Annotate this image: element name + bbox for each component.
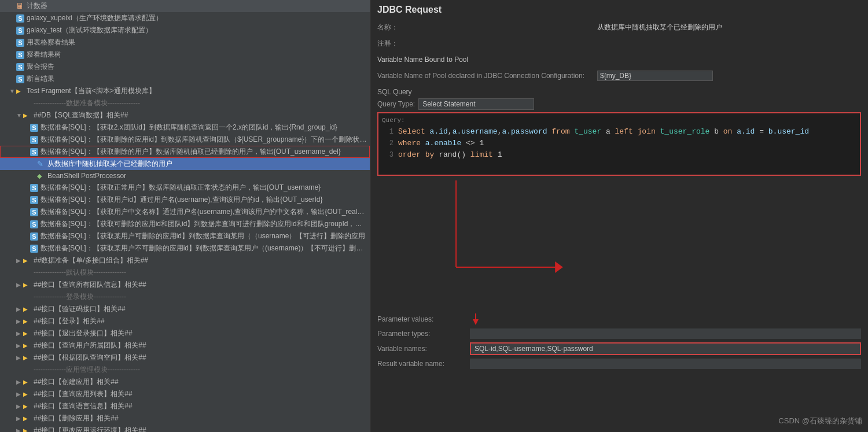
icon-agg_report: S xyxy=(16,63,24,71)
query-type-select[interactable]: Select Statement xyxy=(418,98,534,110)
label-data_prepare4: 数据准备[SQL]：【获取正常用户】数据库随机抽取正常状态的用户，输出{OUT_… xyxy=(41,183,367,193)
tree-item-verify_code[interactable]: ▶##接口【验证码接口】相关## xyxy=(0,303,370,315)
icon-table_results: S xyxy=(16,39,24,47)
icon-login_if: ▶ xyxy=(23,317,31,326)
tree-item-data_module_sep[interactable]: --------------数据准备模块-------------- xyxy=(0,97,370,109)
tree-item-data_prepare4[interactable]: S数据准备[SQL]：【获取正常用户】数据库随机抽取正常状态的用户，输出{OUT… xyxy=(0,182,370,194)
name-label: 名称： xyxy=(377,23,597,32)
tree-item-default_module_sep[interactable]: --------------默认模块-------------- xyxy=(0,267,370,279)
label-test_fragment: Test Fragment【当前<脚本>通用模块库】 xyxy=(27,86,367,96)
label-data_prepare6: 数据准备[SQL]：【获取用户中文名称】通过用户名(username),查询该用… xyxy=(41,207,367,217)
label-table_results: 用表格察看结果 xyxy=(27,38,367,47)
tree-item-data_prepare7[interactable]: S数据准备[SQL]：【获取可删除的应用id和团队id】到数据库查询可进行删除的… xyxy=(0,218,370,230)
icon-data_prepare7: S xyxy=(30,220,38,228)
label-data_prepare3: 数据准备[SQL]：【获取删除的用户】数据库随机抽取已经删除的用户，输出{OUT… xyxy=(41,147,367,157)
label-create_app: ##接口【创建应用】相关## xyxy=(34,377,367,387)
tree-item-test_fragment[interactable]: ▶Test Fragment【当前<脚本>通用模块库】 xyxy=(0,85,370,97)
tree-item-galaxy_test[interactable]: Sgalaxy_test（测试环境数据库请求配置） xyxy=(0,24,370,36)
label-delete_app: ##接口【删除应用】相关## xyxy=(34,413,367,423)
label-assert_result: 断言结果 xyxy=(27,74,367,84)
variable-pool-value[interactable]: ${my_DB} xyxy=(597,71,713,81)
arrow-query_app_list xyxy=(16,391,23,397)
label-galaxy_xupeixi: galaxy_xupeixi（生产环境数据库请求配置） xyxy=(27,13,367,23)
watermark: CSDN @石臻臻的杂货铺 xyxy=(778,416,862,426)
label-data_prepare5: 数据准备[SQL]：【获取用户id】通过用户名(username),查询该用户的… xyxy=(41,195,367,205)
tree-item-calc[interactable]: 🖩计数器 xyxy=(0,0,370,12)
tree-item-app_module_sep[interactable]: --------------应用管理模块-------------- xyxy=(0,364,370,376)
tree-item-query_app_list[interactable]: ▶##接口【查询应用列表】相关## xyxy=(0,388,370,400)
name-value: 从数据库中随机抽取某个已经删除的用户 xyxy=(597,23,722,32)
tree-item-query_team_if[interactable]: ▶##接口【查询用户所属团队】相关## xyxy=(0,339,370,352)
icon-data_prepare9: S xyxy=(30,245,38,253)
tree-item-table_results[interactable]: S用表格察看结果 xyxy=(0,36,370,49)
arrow-team_info xyxy=(16,282,23,288)
tree-item-team_info[interactable]: ▶##接口【查询所有团队信息】相关## xyxy=(0,279,370,291)
icon-default_module_sep xyxy=(23,269,31,277)
label-agg_report: 聚合报告 xyxy=(27,62,367,72)
icon-test_fragment: ▶ xyxy=(16,87,24,95)
tree-item-delete_app[interactable]: ▶##接口【删除应用】相关## xyxy=(0,412,370,424)
label-query_app_list: ##接口【查询应用列表】相关## xyxy=(34,389,367,399)
arrow-db_sql_group xyxy=(16,112,23,119)
icon-bean_post: ◆ xyxy=(37,172,45,180)
tree-item-view_tree[interactable]: S察看结果树 xyxy=(0,49,370,61)
tree-item-data_prepare1[interactable]: S数据准备[SQL]：【获取2.x团队id】到数据库随机查询返回一个2.x的团队… xyxy=(0,121,370,134)
tree-item-data_prepare3[interactable]: S数据准备[SQL]：【获取删除的用户】数据库随机抽取已经删除的用户，输出{OU… xyxy=(0,146,370,158)
svg-marker-2 xyxy=(555,261,563,273)
query-type-label: Query Type: xyxy=(377,100,415,108)
tree-item-agg_report[interactable]: S聚合报告 xyxy=(0,61,370,73)
variable-bound-row: Variable Name Bound to Pool xyxy=(377,53,861,66)
tree-item-data_prepare6[interactable]: S数据准备[SQL]：【获取用户中文名称】通过用户名(username),查询该… xyxy=(0,206,370,218)
tree-item-assert_result[interactable]: S断言结果 xyxy=(0,73,370,85)
variable-bound-label: Variable Name Bound to Pool xyxy=(377,56,468,64)
tree-item-bean_post[interactable]: ◆BeanShell PostProcessor xyxy=(0,170,370,182)
tree-item-logout_if[interactable]: ▶##接口【退出登录接口】相关## xyxy=(0,327,370,339)
param-types-input[interactable] xyxy=(470,328,861,339)
icon-create_app: ▶ xyxy=(23,378,31,386)
param-values-row: Parameter values: xyxy=(377,313,861,325)
icon-data_prepare5: S xyxy=(30,196,38,204)
result-variable-row: Result variable name: xyxy=(377,359,861,369)
variable-names-row: Variable names: SQL-id,SQL-username,SQL-… xyxy=(377,342,861,355)
label-team_space_if: ##接口【根据团队查询空间】相关## xyxy=(34,353,367,363)
result-variable-input[interactable] xyxy=(470,359,861,369)
tree-item-data_prepare2[interactable]: S数据准备[SQL]：【获取删除的应用id】到数据库随机查询团队（${USER_… xyxy=(0,134,370,146)
icon-login_module_sep xyxy=(23,293,31,301)
icon-query_app_list: ▶ xyxy=(23,390,31,398)
label-db_sql_group: ##DB【SQL查询数据】相关## xyxy=(34,110,367,120)
tree-item-galaxy_xupeixi[interactable]: Sgalaxy_xupeixi（生产环境数据库请求配置） xyxy=(0,12,370,24)
label-login_module_sep: --------------登录模块-------------- xyxy=(34,292,367,302)
arrow-delete_app xyxy=(16,415,23,422)
tree-item-data_prepare8[interactable]: S数据准备[SQL]：【获取某用户可删除的应用id】到数据库查询某用（（user… xyxy=(0,230,370,242)
code-line-2: 2 where a.enable <> 1 xyxy=(382,138,856,149)
variable-names-label: Variable names: xyxy=(377,345,470,353)
tree-item-query_lang[interactable]: ▶##接口【查询语言信息】相关## xyxy=(0,400,370,412)
sql-query-label: SQL Query xyxy=(377,88,861,96)
tree-item-create_app[interactable]: ▶##接口【创建应用】相关## xyxy=(0,376,370,388)
arrow-multi_interface xyxy=(16,257,23,264)
tree-item-selected_item[interactable]: ✎从数据库中随机抽取某个已经删除的用户 xyxy=(0,158,370,170)
panel-title: JDBC Request xyxy=(377,5,861,15)
code-editor[interactable]: Query: 1 Select a.id,a.username,a.passwo… xyxy=(377,112,861,176)
tree-item-login_if[interactable]: ▶##接口【登录】相关## xyxy=(0,315,370,327)
label-galaxy_test: galaxy_test（测试环境数据库请求配置） xyxy=(27,25,367,35)
param-types-label: Parameter types: xyxy=(377,330,470,338)
icon-db_sql_group: ▶ xyxy=(23,112,31,120)
right-panel: JDBC Request 名称： 从数据库中随机抽取某个已经删除的用户 注释： … xyxy=(370,0,868,432)
variable-names-value[interactable]: SQL-id,SQL-username,SQL-password xyxy=(470,342,861,355)
tree-item-multi_interface[interactable]: ▶##数据准备【单/多接口组合】相关## xyxy=(0,254,370,267)
tree-item-data_prepare5[interactable]: S数据准备[SQL]：【获取用户id】通过用户名(username),查询该用户… xyxy=(0,194,370,206)
arrow-query_team_if xyxy=(16,342,23,349)
name-row: 名称： 从数据库中随机抽取某个已经删除的用户 xyxy=(377,21,861,34)
label-data_prepare9: 数据准备[SQL]：【获取某用户不可删除的应用id】到数据库查询某用户（(use… xyxy=(41,243,367,253)
code-line-1: 1 Select a.id,a.username,a.password from… xyxy=(382,126,856,138)
tree-item-data_prepare9[interactable]: S数据准备[SQL]：【获取某用户不可删除的应用id】到数据库查询某用户（(us… xyxy=(0,242,370,254)
tree-item-team_space_if[interactable]: ▶##接口【根据团队查询空间】相关## xyxy=(0,352,370,364)
tree-item-login_module_sep[interactable]: --------------登录模块-------------- xyxy=(0,291,370,303)
tree-item-db_sql_group[interactable]: ▶##DB【SQL查询数据】相关## xyxy=(0,109,370,121)
icon-data_prepare4: S xyxy=(30,184,38,192)
tree-item-update_env[interactable]: ▶##接口【更改应用运行环境】相关## xyxy=(0,424,370,432)
svg-marker-4 xyxy=(473,319,479,325)
icon-team_space_if: ▶ xyxy=(23,354,31,362)
label-app_module_sep: --------------应用管理模块-------------- xyxy=(34,365,367,375)
